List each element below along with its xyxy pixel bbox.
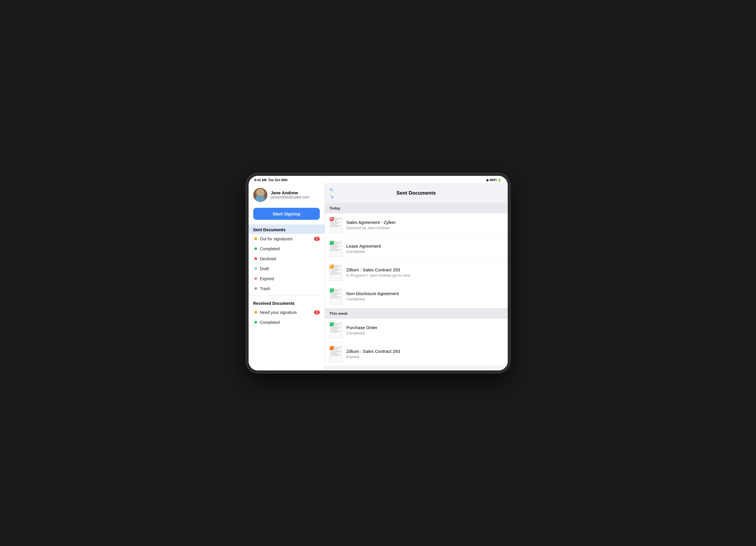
doc-name: Sales Agreement - Zylker [346, 220, 503, 225]
today-section-header: Today [325, 203, 508, 213]
status-bar: 9:41 AM Tue Oct 30th ▶ WiFi 🔋 [249, 176, 508, 183]
dot-orange-icon [254, 311, 257, 314]
this-week-doc-list: ✓ Purchase Order Completed [325, 319, 508, 366]
inprogress-icon: 3 [329, 264, 334, 269]
this-week-section-header: This week [325, 308, 508, 319]
dot-pink-icon [254, 277, 257, 280]
sidebar-item-label: Need your signature [260, 310, 297, 315]
status-time: 9:41 AM Tue Oct 30th [254, 178, 288, 182]
dot-green-icon [254, 321, 257, 324]
completed-icon: ✓ [329, 322, 334, 326]
user-name: Jane Andrew [271, 190, 309, 195]
sidebar-item-completed-received[interactable]: Completed [249, 317, 325, 327]
main-header: ↖↘ Sent Documents [325, 183, 508, 203]
doc-name: Lease Agreement [346, 244, 503, 249]
user-info: Jane Andrew janeandrew@zylker.com [271, 190, 309, 199]
received-documents-header: Received Documents [249, 297, 325, 307]
out-for-signatures-badge: 1 [314, 237, 320, 241]
dot-orange-icon [254, 237, 257, 240]
doc-info: Sales Agreement - Zylker Declined by Jan… [346, 220, 503, 230]
sidebar-item-completed-sent[interactable]: Completed [249, 244, 325, 254]
doc-item-zillium-expired[interactable]: ! Zillium : Sales Contract 293 Expired [325, 342, 508, 366]
doc-status: Completed [346, 297, 503, 301]
app-container: Jane Andrew janeandrew@zylker.com Start … [249, 183, 508, 370]
sidebar-item-label: Trash [260, 286, 270, 291]
doc-thumbnail: ! [329, 346, 342, 362]
main-content: ↖↘ Sent Documents Today ⊘ [325, 183, 508, 370]
sidebar-item-label: Declined [260, 256, 276, 261]
doc-info: Lease Agreement Completed [346, 244, 503, 254]
status-indicators: ▶ WiFi 🔋 [487, 178, 502, 182]
divider [249, 295, 325, 296]
doc-item-purchase-order[interactable]: ✓ Purchase Order Completed [325, 319, 508, 342]
doc-thumbnail: ✓ [329, 288, 342, 305]
doc-status: Completed [346, 331, 503, 335]
doc-name: Zillium : Sales Contract 293 [346, 267, 503, 272]
sidebar-item-draft[interactable]: Draft [249, 264, 325, 274]
expand-icon[interactable]: ↖↘ [329, 187, 334, 200]
start-signing-button[interactable]: Start Signing [253, 208, 320, 220]
doc-item-lease-agreement[interactable]: ✓ Lease Agreement Completed [325, 237, 508, 261]
doc-status: Expired [346, 355, 503, 359]
sidebar-item-trash[interactable]: Trash [249, 284, 325, 294]
doc-thumbnail: ⊘ [329, 217, 342, 233]
user-email: janeandrew@zylker.com [271, 195, 309, 199]
dot-red-icon [254, 257, 257, 260]
doc-status: Completed [346, 249, 503, 254]
completed-icon: ✓ [329, 288, 334, 292]
sidebar-item-need-signature[interactable]: Need your signature 3 [249, 307, 325, 317]
doc-item-zillium-contract[interactable]: 3 Zillium : Sales Contract 293 In Progre… [325, 261, 508, 285]
doc-name: Purchase Order [346, 325, 503, 330]
dot-blue-icon [254, 267, 257, 270]
dot-green-icon [254, 247, 257, 250]
doc-item-nda[interactable]: ✓ Non-Disclosure Agreement Completed [325, 285, 508, 308]
sidebar-item-label: Completed [260, 320, 280, 325]
sidebar-item-expired[interactable]: Expired [249, 274, 325, 284]
sidebar-item-declined[interactable]: Declined [249, 254, 325, 264]
sidebar-item-out-for-signatures[interactable]: Out for signatures 1 [249, 234, 325, 244]
today-doc-list: ⊘ Sales Agreement - Zylker Declined by J… [325, 213, 508, 308]
sidebar-item-label: Out for signatures [260, 237, 293, 241]
avatar [253, 188, 267, 202]
doc-item-sales-agreement[interactable]: ⊘ Sales Agreement - Zylker Declined by J… [325, 213, 508, 237]
user-section: Jane Andrew janeandrew@zylker.com [249, 183, 325, 207]
completed-icon: ✓ [329, 241, 334, 245]
doc-name: Zillium : Sales Contract 293 [346, 349, 503, 354]
sidebar: Jane Andrew janeandrew@zylker.com Start … [249, 183, 325, 370]
doc-thumbnail: ✓ [329, 241, 342, 257]
doc-status: In Progress • Jane Andrew yet to view [346, 273, 503, 278]
need-signature-badge: 3 [314, 310, 320, 314]
doc-thumbnail: 3 [329, 264, 342, 281]
doc-thumbnail: ✓ [329, 322, 342, 339]
declined-icon: ⊘ [329, 217, 334, 221]
doc-name: Non-Disclosure Agreement [346, 291, 503, 296]
sidebar-item-label: Draft [260, 266, 269, 271]
page-title: Sent Documents [396, 190, 436, 196]
sidebar-item-label: Expired [260, 276, 274, 281]
dot-gray-icon [254, 287, 257, 290]
sent-documents-header: Sent Documents [249, 224, 325, 234]
doc-info: Zillium : Sales Contract 293 Expired [346, 349, 503, 359]
sidebar-item-label: Completed [260, 246, 280, 251]
doc-info: Zillium : Sales Contract 293 In Progress… [346, 267, 503, 278]
device-frame: 9:41 AM Tue Oct 30th ▶ WiFi 🔋 Jane Andre… [246, 174, 510, 373]
doc-info: Non-Disclosure Agreement Completed [346, 291, 503, 301]
doc-info: Purchase Order Completed [346, 325, 503, 335]
expired-icon: ! [329, 346, 334, 350]
doc-status: Declined by Jane Andrew [346, 226, 503, 230]
